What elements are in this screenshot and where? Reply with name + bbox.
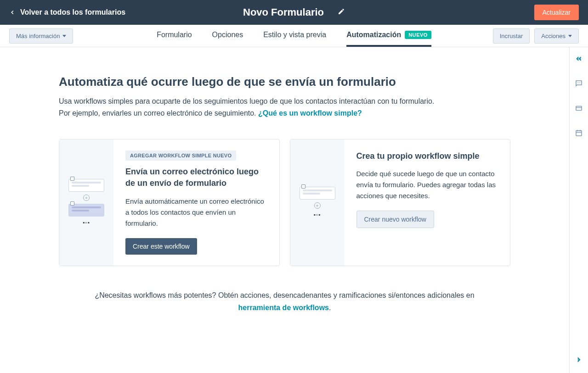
card-title: Envía un correo electrónico luego de un …: [125, 166, 267, 189]
rail-window-button[interactable]: [575, 104, 583, 114]
card-desc: Decide qué sucede luego de que un contac…: [356, 168, 498, 201]
collapse-rail-button[interactable]: [575, 55, 583, 65]
svg-point-2: [580, 83, 581, 84]
calendar-icon: [575, 129, 583, 137]
chevron-left-icon: [9, 9, 16, 16]
main-wrap: Automatiza qué ocurre luego de que se en…: [0, 47, 588, 373]
update-button[interactable]: Actualizar: [534, 5, 579, 20]
main-subtitle: Usa workflows simples para ocuparte de l…: [59, 95, 435, 119]
badge-new: NUEVO: [405, 31, 431, 39]
footer-after: .: [329, 304, 331, 312]
back-label: Volver a todos los formularios: [20, 8, 125, 17]
svg-point-0: [577, 83, 578, 84]
card-illustration: + ▪▫▪: [290, 139, 345, 265]
tab-estilo[interactable]: Estilo y vista previa: [263, 25, 326, 47]
card-custom-workflow: + ▪▫▪ Crea tu propio workflow simple Dec…: [290, 139, 511, 266]
footer-before: ¿Necesitas workflows más potentes? Obtén…: [95, 291, 474, 299]
nav-bar: Más información Formulario Opciones Esti…: [0, 25, 588, 47]
caret-down-icon: [62, 35, 66, 37]
embed-button[interactable]: Incrustar: [493, 28, 530, 44]
tab-opciones[interactable]: Opciones: [212, 25, 243, 47]
chevron-right-icon: [575, 356, 583, 364]
svg-rect-5: [576, 131, 582, 136]
back-link[interactable]: Volver a todos los formularios: [9, 8, 125, 17]
title-container: Novo Formulario: [243, 6, 345, 18]
svg-rect-3: [576, 106, 582, 111]
actions-dropdown[interactable]: Acciones: [534, 28, 579, 44]
actions-label: Acciones: [541, 33, 565, 39]
window-icon: [575, 104, 583, 112]
edit-title-button[interactable]: [338, 8, 345, 17]
main-heading: Automatiza qué ocurre luego de que se en…: [59, 75, 510, 89]
card-email-workflow: + ▪▫▪ AGREGAR WORKFLOW SIMPLE NUEVO Enví…: [59, 139, 280, 266]
tab-automatizacion-label: Automatización: [346, 31, 401, 39]
tab-automatizacion[interactable]: Automatización NUEVO: [346, 25, 431, 47]
card-illustration: + ▪▫▪: [59, 139, 113, 265]
create-new-workflow-button[interactable]: Crear nuevo workflow: [356, 211, 434, 228]
page-title: Novo Formulario: [243, 6, 324, 18]
card-desc: Envía automáticamente un correo electrón…: [125, 196, 267, 229]
nav-right: Incrustar Acciones: [493, 28, 579, 44]
more-info-dropdown[interactable]: Más información: [9, 28, 73, 44]
more-info-label: Más información: [16, 33, 60, 39]
cards-row: + ▪▫▪ AGREGAR WORKFLOW SIMPLE NUEVO Enví…: [59, 139, 510, 266]
card-body: AGREGAR WORKFLOW SIMPLE NUEVO Envía un c…: [113, 139, 279, 265]
create-this-workflow-button[interactable]: Crear este workflow: [125, 238, 197, 255]
workflows-tool-link[interactable]: herramienta de workflows: [238, 304, 329, 312]
tab-formulario[interactable]: Formulario: [157, 25, 192, 47]
card-body: Crea tu propio workflow simple Decide qu…: [345, 139, 510, 265]
tabs: Formulario Opciones Estilo y vista previ…: [157, 25, 431, 47]
right-rail: [569, 47, 588, 373]
rail-calendar-button[interactable]: [575, 129, 583, 139]
top-bar: Volver a todos los formularios Novo Form…: [0, 0, 588, 25]
content-area: Automatiza qué ocurre luego de que se en…: [0, 47, 569, 373]
footer-text: ¿Necesitas workflows más potentes? Obtén…: [83, 289, 487, 314]
chevrons-left-icon: [575, 55, 583, 63]
caret-down-icon: [568, 35, 572, 37]
rail-comment-button[interactable]: [575, 79, 583, 89]
card-title: Crea tu propio workflow simple: [356, 150, 498, 162]
comment-icon: [575, 79, 583, 88]
rail-expand-button[interactable]: [575, 356, 583, 366]
what-is-workflow-link[interactable]: ¿Qué es un workflow simple?: [258, 109, 362, 117]
pencil-icon: [338, 8, 345, 15]
card-tag: AGREGAR WORKFLOW SIMPLE NUEVO: [125, 150, 236, 161]
svg-point-1: [578, 83, 579, 84]
subtitle-text: Usa workflows simples para ocuparte de l…: [59, 97, 434, 117]
